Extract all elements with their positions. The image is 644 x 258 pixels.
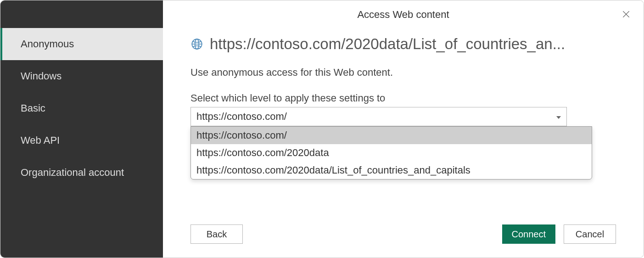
auth-description: Use anonymous access for this Web conten… — [190, 67, 616, 79]
dropdown-option-label: https://contoso.com/2020data — [196, 147, 329, 158]
main-panel: Access Web content https://contoso.com/2… — [163, 0, 644, 258]
level-dropdown: https://contoso.com/ https://contoso.com… — [190, 126, 592, 179]
url-text: https://contoso.com/2020data/List_of_cou… — [210, 35, 565, 53]
level-select-value: https://contoso.com/ — [196, 111, 287, 123]
svg-marker-5 — [556, 116, 561, 119]
auth-sidebar: Anonymous Windows Basic Web API Organiza… — [0, 0, 163, 258]
sidebar-item-basic[interactable]: Basic — [0, 92, 163, 124]
sidebar-item-webapi[interactable]: Web API — [0, 124, 163, 157]
close-button[interactable] — [621, 9, 632, 20]
back-button[interactable]: Back — [190, 224, 243, 244]
button-row: Back Connect Cancel — [190, 224, 616, 244]
dialog-title: Access Web content — [190, 9, 616, 21]
sidebar-item-label: Anonymous — [21, 38, 74, 50]
dropdown-option[interactable]: https://contoso.com/2020data/List_of_cou… — [191, 162, 592, 179]
sidebar-item-organizational[interactable]: Organizational account — [0, 157, 163, 189]
dropdown-option[interactable]: https://contoso.com/ — [191, 127, 592, 144]
cancel-button[interactable]: Cancel — [564, 224, 616, 244]
dropdown-option[interactable]: https://contoso.com/2020data — [191, 144, 592, 162]
dropdown-option-label: https://contoso.com/2020data/List_of_cou… — [196, 164, 470, 176]
connect-button[interactable]: Connect — [502, 224, 556, 244]
button-label: Cancel — [576, 229, 604, 240]
level-select[interactable]: https://contoso.com/ — [190, 107, 567, 126]
close-icon — [622, 10, 631, 19]
globe-icon — [190, 38, 203, 50]
dropdown-option-label: https://contoso.com/ — [196, 129, 287, 141]
sidebar-item-windows[interactable]: Windows — [0, 60, 163, 92]
button-label: Back — [207, 229, 227, 240]
select-level-label: Select which level to apply these settin… — [190, 92, 616, 104]
level-select-wrap: https://contoso.com/ https://contoso.com… — [190, 107, 567, 126]
chevron-down-icon — [556, 111, 561, 123]
sidebar-item-label: Basic — [21, 102, 45, 114]
sidebar-item-label: Web API — [21, 135, 60, 146]
sidebar-item-anonymous[interactable]: Anonymous — [0, 28, 163, 60]
sidebar-item-label: Windows — [21, 70, 62, 82]
url-row: https://contoso.com/2020data/List_of_cou… — [190, 35, 616, 53]
button-label: Connect — [512, 229, 546, 240]
sidebar-item-label: Organizational account — [21, 167, 124, 178]
